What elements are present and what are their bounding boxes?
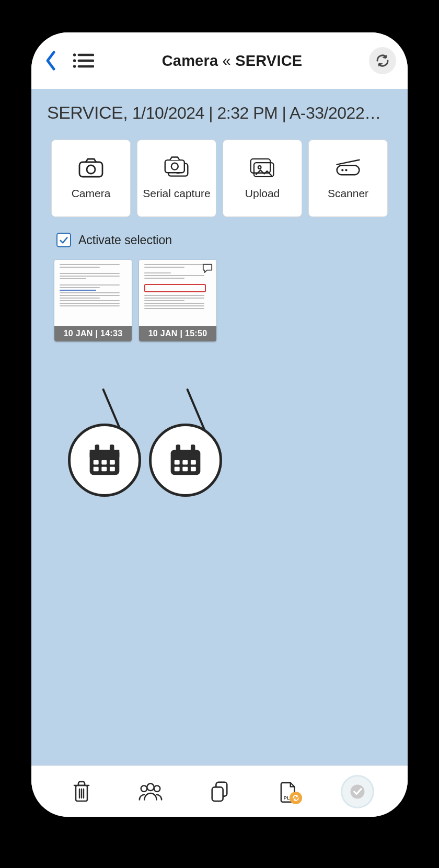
svg-rect-23 [110,444,114,453]
tile-upload[interactable]: Upload [223,140,302,217]
top-bar: Camera « SERVICE [31,32,408,89]
upload-icon [249,157,275,178]
svg-point-19 [345,169,347,171]
bottom-nav: PL [31,766,408,817]
camera-icon [78,157,104,178]
svg-rect-37 [182,467,188,472]
calendar-icon [87,442,122,478]
svg-rect-12 [165,160,184,173]
svg-point-45 [147,783,154,790]
list-menu-button[interactable] [71,50,95,71]
context-rest: 1/10/2024 | 2:32 PM | A-33/2022… [132,104,381,122]
copy-icon [210,781,229,803]
bottom-trash-button[interactable] [66,776,97,807]
thumbnail-item[interactable]: 10 JAN | 14:33 [54,260,132,341]
back-button[interactable] [41,45,61,76]
tile-scanner[interactable]: Scanner [308,140,388,217]
svg-rect-24 [94,460,99,465]
tile-scanner-label: Scanner [328,187,368,200]
tile-upload-label: Upload [245,187,280,200]
calendar-icon [168,442,203,478]
tile-camera[interactable]: Camera [51,140,131,217]
bottom-placeholder-button[interactable]: PL [273,776,304,807]
svg-rect-47 [212,787,223,801]
bottom-group-button[interactable] [135,776,166,807]
svg-rect-38 [191,467,196,472]
bottom-confirm-button[interactable] [342,776,373,807]
content-area: SERVICE, 1/10/2024 | 2:32 PM | A-33/2022… [31,89,408,766]
activate-selection-label: Activate selection [78,233,172,247]
bottom-copy-button[interactable] [204,776,235,807]
page-title: Camera « SERVICE [102,52,362,70]
svg-rect-22 [95,444,100,453]
svg-rect-17 [337,165,360,175]
svg-rect-8 [79,162,102,177]
context-strong: SERVICE, [47,102,132,122]
svg-point-18 [341,169,343,171]
serial-capture-icon [164,157,190,178]
callout-calendar-1[interactable] [68,424,141,497]
title-separator: « [223,52,231,69]
svg-point-0 [73,53,76,56]
svg-rect-32 [191,444,195,453]
refresh-icon [375,53,390,68]
tile-serial-label: Serial capture [143,187,211,200]
svg-text:PL: PL [284,795,290,801]
svg-rect-36 [175,467,180,472]
svg-point-43 [141,785,147,792]
title-prefix: Camera [162,52,218,69]
svg-point-4 [73,65,76,67]
svg-point-15 [258,166,261,169]
trash-icon [71,780,92,803]
svg-point-44 [154,785,160,792]
svg-rect-31 [176,444,181,453]
tile-camera-label: Camera [72,187,111,200]
svg-point-9 [87,165,95,174]
svg-point-2 [73,59,76,62]
confirm-check-icon [348,782,367,801]
svg-rect-29 [110,467,115,472]
comment-icon [202,263,213,273]
svg-rect-21 [90,450,120,457]
callout-calendar-2[interactable] [149,424,222,497]
tile-serial-capture[interactable]: Serial capture [137,140,216,217]
activate-selection-row: Activate selection [56,233,392,247]
check-icon [59,235,68,245]
thumbnail-item[interactable]: 10 JAN | 15:50 [139,260,216,341]
title-suffix: SERVICE [235,52,302,69]
svg-rect-34 [182,460,188,465]
svg-rect-28 [101,467,107,472]
svg-rect-35 [191,460,196,465]
thumbnail-caption: 10 JAN | 14:33 [54,326,132,341]
svg-rect-25 [101,460,107,465]
context-line: SERVICE, 1/10/2024 | 2:32 PM | A-33/2022… [47,102,392,123]
thumbnail-row: 10 JAN | 14:33 10 JAN | 15:50 [54,260,392,341]
group-icon [137,781,164,802]
chevron-left-icon [44,50,57,71]
scanner-icon [335,157,361,178]
sync-badge-icon [290,792,302,804]
thumbnail-caption: 10 JAN | 15:50 [139,326,216,341]
refresh-button[interactable] [369,47,396,74]
action-tiles: Camera Serial capture [47,140,392,217]
svg-rect-33 [175,460,180,465]
svg-point-51 [351,784,365,798]
svg-rect-27 [94,467,99,472]
phone-frame: Camera « SERVICE SERVICE, 1/10/2024 | 2:… [31,32,408,817]
svg-rect-26 [110,460,115,465]
list-icon [72,52,94,70]
activate-selection-checkbox[interactable] [56,233,71,247]
